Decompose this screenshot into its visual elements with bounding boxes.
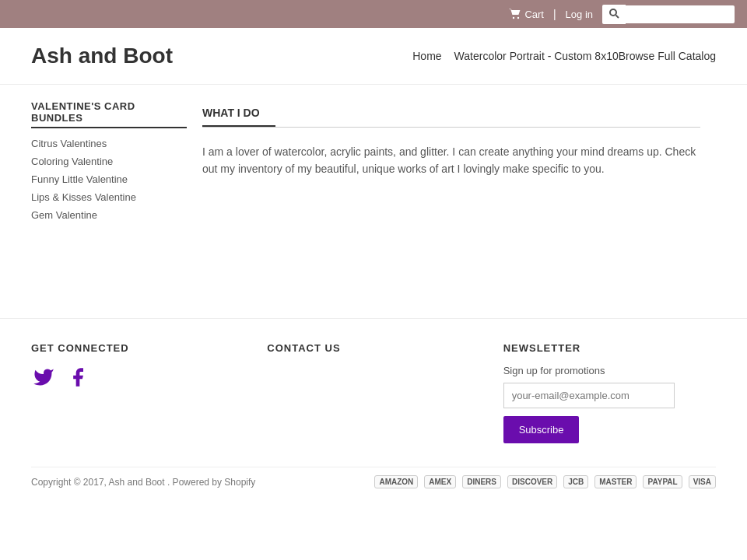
- facebook-link[interactable]: [65, 365, 90, 390]
- payment-paypal: PAYPAL: [643, 475, 682, 488]
- tabs: WHAT I DO: [202, 100, 700, 128]
- social-icons: [31, 365, 244, 390]
- tab-description: I am a lover of watercolor, acrylic pain…: [202, 143, 700, 178]
- get-connected-title: GET CONNECTED: [31, 342, 244, 354]
- sidebar-item-lips[interactable]: Lips & Kisses Valentine: [31, 191, 187, 203]
- sidebar-item-funny[interactable]: Funny Little Valentine: [31, 173, 187, 185]
- header: Ash and Boot Home Watercolor Portrait - …: [0, 28, 747, 85]
- svg-point-2: [610, 9, 616, 16]
- sidebar-section-title: VALENTINE'S CARD BUNDLES: [31, 100, 187, 124]
- newsletter-section: NEWSLETTER Sign up for promotions Subscr…: [503, 342, 716, 443]
- search-icon: [608, 8, 619, 19]
- contact-us-title: CONTACT US: [267, 342, 479, 354]
- topbar-divider: |: [553, 8, 556, 20]
- twitter-icon: [33, 366, 54, 388]
- site-title[interactable]: Ash and Boot: [31, 44, 173, 68]
- get-connected-section: GET CONNECTED: [31, 342, 244, 443]
- facebook-icon: [67, 366, 89, 388]
- payment-diners: DINERS: [462, 475, 501, 488]
- search-input[interactable]: [626, 5, 735, 23]
- footer-bottom: Copyright © 2017, Ash and Boot . Powered…: [31, 467, 716, 488]
- payment-amazon: AMAZON: [374, 475, 418, 488]
- footer: GET CONNECTED CONTACT US NEWSLETTER: [0, 318, 747, 504]
- sidebar-item-coloring[interactable]: Coloring Valentine: [31, 156, 187, 167]
- sidebar-item-citrus[interactable]: Citrus Valentines: [31, 138, 187, 149]
- cart-label: Cart: [524, 9, 544, 20]
- nav-home[interactable]: Home: [412, 50, 441, 62]
- tab-what-i-do[interactable]: WHAT I DO: [202, 100, 275, 127]
- svg-point-1: [517, 17, 519, 19]
- cart-link[interactable]: Cart: [509, 9, 544, 20]
- sidebar-divider: [31, 127, 187, 128]
- svg-line-3: [616, 15, 619, 18]
- payment-master: MASTER: [594, 475, 637, 488]
- content-area: WHAT I DO I am a lover of watercolor, ac…: [187, 85, 716, 303]
- login-link[interactable]: Log in: [566, 9, 593, 20]
- main-content: VALENTINE'S CARD BUNDLES Citrus Valentin…: [0, 85, 747, 303]
- sidebar: VALENTINE'S CARD BUNDLES Citrus Valentin…: [31, 85, 187, 303]
- contact-us-section: CONTACT US: [267, 342, 479, 443]
- top-bar: Cart | Log in: [0, 0, 747, 28]
- payment-jcb: JCB: [563, 475, 588, 488]
- payment-icons: AMAZON AMEX DINERS DISCOVER JCB MASTER P…: [374, 475, 716, 488]
- cart-icon: [509, 9, 521, 19]
- search-button[interactable]: [602, 5, 626, 24]
- payment-visa: VISA: [689, 475, 716, 488]
- nav-watercolor[interactable]: Watercolor Portrait - Custom 8x10: [454, 50, 619, 62]
- tab-content: I am a lover of watercolor, acrylic pain…: [202, 143, 700, 178]
- newsletter-signup-label: Sign up for promotions: [503, 365, 716, 376]
- sidebar-item-gem[interactable]: Gem Valentine: [31, 209, 187, 221]
- newsletter-email-input[interactable]: [503, 383, 675, 408]
- nav-links: Home Watercolor Portrait - Custom 8x10 B…: [412, 50, 716, 62]
- nav-catalog[interactable]: Browse Full Catalog: [619, 50, 716, 62]
- search-container: [602, 5, 735, 24]
- newsletter-title: NEWSLETTER: [503, 342, 716, 354]
- payment-discover: DISCOVER: [507, 475, 557, 488]
- twitter-link[interactable]: [31, 365, 56, 390]
- footer-grid: GET CONNECTED CONTACT US NEWSLETTER: [31, 342, 716, 443]
- subscribe-button[interactable]: Subscribe: [503, 416, 580, 443]
- copyright-text: Copyright © 2017, Ash and Boot . Powered…: [31, 477, 255, 488]
- svg-point-0: [513, 17, 514, 19]
- payment-amex: AMEX: [424, 475, 456, 488]
